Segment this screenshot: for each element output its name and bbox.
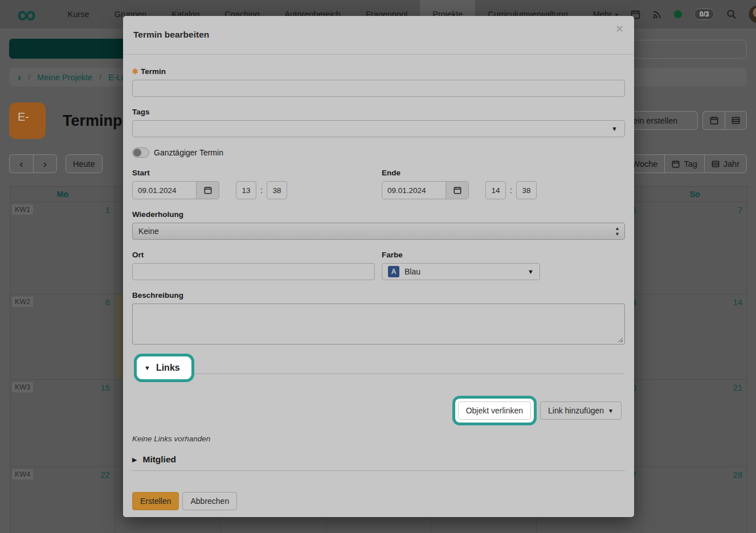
farbe-label: Farbe — [382, 251, 625, 259]
triangle-right-icon: ▶ — [132, 456, 137, 464]
calendar-day-cell[interactable]: 14 — [642, 294, 747, 379]
tags-label: Tags — [132, 108, 625, 116]
logo-infinity-icon[interactable]: ∞ — [17, 3, 36, 26]
time-separator: : — [260, 186, 263, 195]
chevron-down-icon: ▼ — [611, 125, 618, 132]
calendar-view-button[interactable] — [702, 111, 725, 130]
abbrechen-button[interactable]: Abbrechen — [182, 492, 237, 510]
section-divider — [132, 470, 625, 471]
color-swatch: A — [388, 266, 399, 277]
breadcrumb-separator: / — [99, 73, 101, 82]
view-jahr-button[interactable]: Jahr — [704, 154, 747, 173]
list-view-button[interactable] — [725, 111, 747, 130]
termin-input[interactable] — [132, 80, 625, 97]
start-date-group — [132, 181, 219, 199]
page-title-block: E- Terminpla — [9, 102, 135, 139]
links-section-toggle[interactable]: ▼ Links — [137, 356, 191, 379]
calendar-day-cell[interactable]: KW315 — [10, 379, 116, 466]
chevron-down-icon: ▼ — [528, 268, 534, 275]
dialog-body: ✱Termin Tags ▼ Ganztägiger Termin Start … — [123, 55, 634, 510]
all-day-toggle[interactable] — [132, 147, 149, 158]
dialog-footer: Erstellen Abbrechen — [132, 492, 625, 510]
view-tag-button[interactable]: Tag — [664, 154, 704, 173]
start-datepicker-button[interactable] — [196, 182, 219, 199]
next-button[interactable]: › — [33, 154, 57, 173]
week-number-badge: KW1 — [12, 204, 33, 215]
links-section-title: Links — [156, 363, 180, 373]
table-icon — [732, 116, 740, 125]
ort-input[interactable] — [132, 263, 375, 280]
calendar-day-cell[interactable]: KW422 — [10, 466, 116, 533]
toggle-knob — [133, 149, 141, 157]
objekt-verlinken-button[interactable]: Objekt verlinken — [458, 401, 531, 420]
farbe-value: Blau — [404, 267, 420, 276]
start-date-input[interactable] — [133, 182, 196, 199]
menu-item-kurse[interactable]: Kurse — [55, 0, 102, 28]
table-icon — [712, 160, 720, 168]
all-day-label: Ganztägiger Termin — [154, 148, 223, 157]
calendar-day-cell[interactable]: 21 — [642, 379, 747, 466]
links-section-header-row: ▼ Links — [132, 355, 625, 387]
calendar-icon — [710, 116, 718, 125]
navbar-right: 0/3 ▾ — [631, 5, 756, 23]
farbe-select[interactable]: A Blau ▼ — [382, 263, 540, 280]
week-number-badge: KW2 — [12, 297, 33, 307]
dialog-header: Termin bearbeiten ✕ — [123, 16, 634, 55]
mitglied-section-title: Mitglied — [142, 454, 176, 465]
ende-datepicker-button[interactable] — [446, 182, 468, 199]
prev-button[interactable]: ‹ — [9, 154, 33, 173]
termin-bearbeiten-dialog: Termin bearbeiten ✕ ✱Termin Tags ▼ Ganzt… — [123, 16, 634, 517]
object-link-highlight: Objekt verlinken — [455, 399, 534, 423]
required-asterisk-icon: ✱ — [132, 67, 138, 76]
termin-label: ✱Termin — [132, 67, 625, 76]
ende-minute-input[interactable] — [516, 181, 537, 199]
project-icon: E- — [9, 102, 46, 139]
calendar-icon — [204, 186, 212, 194]
beschreibung-label: Beschreibung — [132, 291, 625, 300]
search-icon[interactable] — [726, 9, 737, 19]
links-buttons-row: Objekt verlinken Link hinzufügen▼ — [132, 396, 625, 425]
triangle-down-icon: ▼ — [144, 364, 150, 371]
ort-label: Ort — [132, 251, 375, 259]
wiederholung-select[interactable]: Keine ▲▼ — [132, 223, 625, 240]
ende-date-group — [382, 181, 469, 199]
user-avatar[interactable] — [749, 5, 756, 23]
week-number-badge: KW4 — [12, 469, 33, 479]
ende-label: Ende — [382, 169, 625, 177]
close-icon[interactable]: ✕ — [615, 23, 624, 35]
empty-links-text: Keine Links vorhanden — [132, 434, 625, 443]
tags-select[interactable]: ▼ — [132, 120, 625, 137]
calendar-day-cell[interactable]: 28 — [642, 466, 747, 533]
ende-date-input[interactable] — [382, 182, 446, 199]
wiederholung-label: Wiederholung — [132, 210, 625, 219]
calendar-icon — [453, 186, 461, 194]
start-label: Start — [132, 169, 382, 177]
back-chevron-icon[interactable]: ‹ — [18, 72, 21, 83]
counter-badge[interactable]: 0/3 — [694, 9, 715, 20]
erstellen-button[interactable]: Erstellen — [132, 492, 179, 510]
breadcrumb-separator: / — [28, 73, 30, 82]
chevron-down-icon: ▼ — [608, 408, 614, 414]
beschreibung-wrap — [132, 304, 625, 346]
dialog-title: Termin bearbeiten — [133, 30, 624, 40]
calendar-day-cell[interactable]: KW28 — [10, 294, 116, 379]
start-hour-input[interactable] — [236, 181, 256, 199]
breadcrumb-link-meine-projekte[interactable]: Meine Projekte — [37, 73, 92, 82]
section-divider — [194, 374, 624, 374]
status-dot — [674, 10, 682, 18]
rss-icon[interactable] — [652, 10, 662, 19]
calendar-day-cell[interactable]: KW11 — [10, 202, 116, 294]
time-separator: : — [510, 186, 512, 195]
week-number-badge: KW3 — [12, 382, 33, 392]
link-hinzufuegen-button[interactable]: Link hinzufügen▼ — [540, 401, 622, 420]
today-button[interactable]: Heute — [66, 154, 103, 173]
ende-hour-input[interactable] — [485, 181, 506, 199]
calendar-icon — [672, 160, 680, 168]
beschreibung-textarea[interactable] — [132, 304, 625, 345]
calendar-day-cell[interactable]: 7 — [642, 202, 747, 294]
mitglied-section-toggle[interactable]: ▶ Mitglied — [132, 454, 625, 465]
start-minute-input[interactable] — [267, 181, 287, 199]
select-arrows-icon: ▲▼ — [615, 226, 620, 237]
